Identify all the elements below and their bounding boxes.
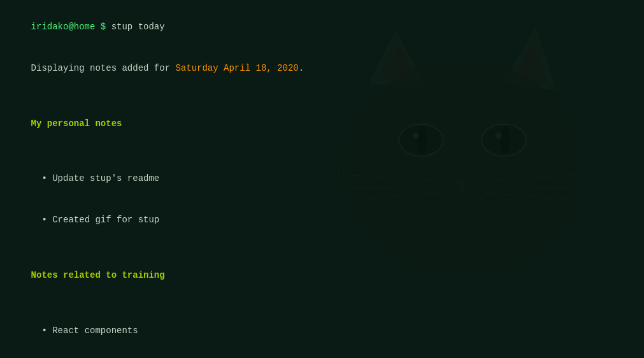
- display-line-1: Displaying notes added for Saturday Apri…: [10, 48, 634, 89]
- section2-item-1: • React components: [10, 310, 634, 352]
- display-suffix-1: .: [299, 63, 304, 73]
- prompt-user-1: iridako@home $: [31, 22, 111, 32]
- section2-header: Notes related to training: [10, 255, 634, 296]
- command-line-1: iridako@home $ stup today: [10, 6, 634, 48]
- command-1: stup today: [111, 22, 165, 32]
- terminal-window: iridako@home $ stup today Displaying not…: [0, 0, 644, 358]
- section1-item-2: • Created gif for stup: [10, 200, 634, 241]
- section1-header: My personal notes: [10, 103, 634, 145]
- date-highlight-1: Saturday April 18, 2020: [175, 63, 298, 73]
- display-prefix-1: Displaying notes added for: [31, 63, 176, 73]
- section2-item-2: • WIP on bash completion: [10, 352, 634, 358]
- section1-item-1: • Update stup's readme: [10, 159, 634, 200]
